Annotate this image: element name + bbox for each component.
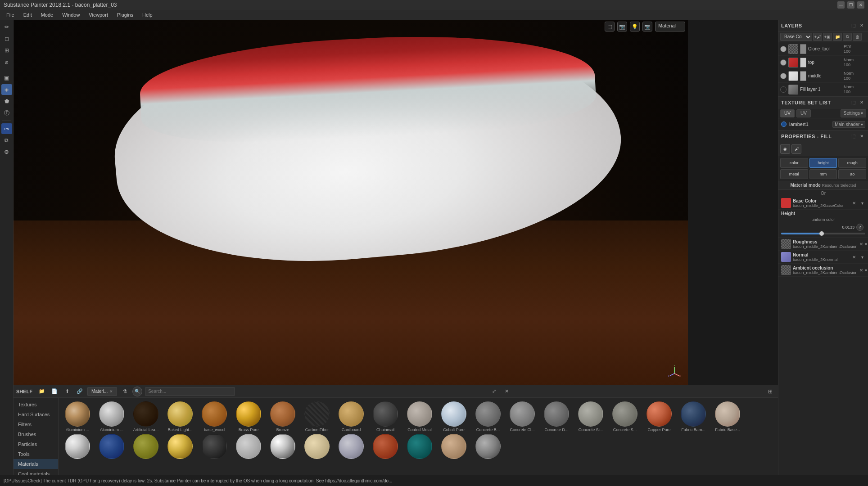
shelf-cat-tools[interactable]: Tools: [14, 449, 58, 459]
layer-visibility-top[interactable]: [780, 59, 787, 66]
viewport-icon-1[interactable]: ⬚: [605, 22, 615, 32]
mat-item-row2[interactable]: [267, 434, 298, 460]
mat-item-row2[interactable]: [439, 434, 469, 460]
tool-eraser[interactable]: ◻: [1, 33, 12, 44]
shelf-cat-textures[interactable]: Textures: [14, 400, 58, 410]
mat-item-concrete-d---[interactable]: Concrete D...: [541, 401, 572, 432]
properties-expand-icon[interactable]: ⬚: [850, 133, 857, 140]
ts-tab-uv1[interactable]: UV: [780, 109, 795, 117]
layer-visibility-middle[interactable]: [780, 73, 787, 79]
viewport-icon-3[interactable]: 💡: [630, 22, 640, 32]
shelf-folder-icon[interactable]: 📁: [37, 387, 47, 396]
shelf-cat-brushes[interactable]: Brushes: [14, 429, 58, 439]
prop-normal-close[interactable]: ✕: [851, 254, 857, 260]
tool-pen[interactable]: ✏: [1, 22, 12, 32]
shelf-grid-view-btn[interactable]: ⊞: [765, 387, 775, 396]
texture-set-expand-icon[interactable]: ⬚: [850, 99, 857, 106]
shelf-cat-cool-materials[interactable]: Cool materials: [14, 469, 58, 475]
minimize-button[interactable]: —: [837, 1, 845, 9]
menu-item-plugins[interactable]: Plugins: [113, 11, 138, 18]
mat-item-aluminium----[interactable]: Aluminium ...: [62, 401, 93, 432]
mat-item-artificial-lea---[interactable]: Artificial Lea...: [131, 401, 161, 432]
mat-item-concrete-cl---[interactable]: Concrete Cl...: [507, 401, 538, 432]
viewport-canvas[interactable]: ⬚ 📷 💡 📷 Material Y X Z: [14, 20, 688, 385]
mat-item-bronze[interactable]: Bronze: [267, 401, 298, 432]
mat-item-carbon-fiber[interactable]: Carbon Fiber: [302, 401, 332, 432]
menu-item-viewport[interactable]: Viewport: [84, 11, 113, 18]
shelf-cat-hard-surfaces[interactable]: Hard Surfaces: [14, 410, 58, 419]
prop-normal-arrow[interactable]: ▾: [859, 254, 865, 260]
prop-height-thumb[interactable]: [819, 231, 824, 236]
mat-item-fabric-base---[interactable]: Fabric Base...: [712, 401, 743, 432]
mat-item-concrete-s---[interactable]: Concrete S...: [610, 401, 640, 432]
mat-item-baked-light---[interactable]: Baked Light...: [165, 401, 195, 432]
mat-item-row2[interactable]: [302, 434, 332, 460]
menu-item-mode[interactable]: Mode: [36, 11, 58, 18]
add-folder-btn[interactable]: 📁: [833, 33, 842, 41]
mat-item-concrete-si---[interactable]: Concrete Si...: [575, 401, 606, 432]
layer-visibility-clone[interactable]: [780, 46, 787, 52]
texture-set-item-lambert1[interactable]: lambert1 Main shader ▾: [778, 118, 868, 130]
mat-item-cobalt-pure[interactable]: Cobalt Pure: [439, 401, 469, 432]
tool-ps[interactable]: Ps: [1, 123, 12, 134]
mat-item-copper-pure[interactable]: Copper Pure: [644, 401, 674, 432]
mat-item-row2[interactable]: [96, 434, 127, 460]
shelf-file-icon[interactable]: 📄: [50, 387, 59, 396]
tool-smear[interactable]: ⌀: [1, 57, 12, 68]
tool-fill[interactable]: ▣: [1, 72, 12, 83]
mat-item-aluminium----[interactable]: Aluminium ...: [96, 401, 127, 432]
mat-item-chainmail[interactable]: Chainmail: [370, 401, 401, 432]
mat-item-row2[interactable]: [131, 434, 161, 460]
layer-visibility-fill1[interactable]: [780, 86, 787, 93]
layer-item-middle[interactable]: middle Norm 100: [778, 69, 868, 83]
shelf-cat-particles[interactable]: Particles: [14, 439, 58, 449]
layers-expand-icon[interactable]: ⬚: [850, 22, 857, 29]
prop-icon-sphere[interactable]: ◉: [780, 144, 790, 154]
menu-item-window[interactable]: Window: [58, 11, 84, 18]
mat-item-row2[interactable]: [370, 434, 401, 460]
close-button[interactable]: ✕: [857, 1, 864, 9]
mat-item-coated-metal[interactable]: Coated Metal: [404, 401, 435, 432]
tool-layers[interactable]: ⧉: [1, 135, 12, 146]
prop-ambient-arrow[interactable]: ▾: [865, 267, 867, 273]
shelf-tab-close[interactable]: ✕: [109, 389, 113, 394]
shelf-expand-icon[interactable]: ⤢: [489, 387, 499, 396]
ts-settings-btn[interactable]: Settings ▾: [841, 109, 866, 117]
properties-close-icon[interactable]: ✕: [858, 133, 865, 140]
blend-mode-dropdown[interactable]: Base Col Normal Multiply: [780, 33, 812, 41]
restore-button[interactable]: ❐: [847, 1, 854, 9]
add-fill-layer-btn[interactable]: +▣: [823, 33, 832, 41]
prop-channel-rough[interactable]: rough: [838, 158, 866, 168]
layers-close-icon[interactable]: ✕: [858, 22, 865, 29]
prop-height-reset[interactable]: ↺: [856, 224, 863, 231]
prop-channel-height[interactable]: height: [809, 158, 837, 168]
shelf-cat-filters[interactable]: Filters: [14, 419, 58, 429]
mat-item-concrete-b---[interactable]: Concrete B...: [473, 401, 503, 432]
viewport-icon-2[interactable]: 📷: [617, 22, 627, 32]
prop-roughness-arrow[interactable]: ▾: [865, 241, 867, 247]
layer-item-top[interactable]: top Norm 100: [778, 56, 868, 69]
prop-ambient-close[interactable]: ✕: [859, 267, 863, 273]
tool-settings[interactable]: ⚙: [1, 147, 12, 158]
shelf-close-icon[interactable]: ✕: [502, 387, 511, 396]
mat-item-row2[interactable]: [336, 434, 366, 460]
mat-item-brass-pure[interactable]: Brass Pure: [233, 401, 264, 432]
shelf-search-input[interactable]: [145, 387, 235, 396]
mat-item-fabric-bam---[interactable]: Fabric Bam...: [678, 401, 709, 432]
mat-item-row2[interactable]: [62, 434, 93, 460]
shelf-link-icon[interactable]: 🔗: [75, 387, 85, 396]
prop-height-slider[interactable]: [781, 233, 865, 234]
prop-roughness-close[interactable]: ✕: [859, 241, 863, 247]
add-paint-layer-btn[interactable]: +🖌: [813, 33, 822, 41]
shelf-cat-materials[interactable]: Materials: [14, 459, 58, 469]
shelf-import-icon[interactable]: ⬆: [62, 387, 72, 396]
shelf-search-icon[interactable]: 🔍: [132, 387, 142, 396]
shelf-active-tab[interactable]: Materi... ✕: [87, 387, 117, 396]
mat-item-cardboard[interactable]: Cardboard: [336, 401, 366, 432]
ts-tab-uv2[interactable]: UV: [796, 109, 811, 117]
mat-item-row2[interactable]: [165, 434, 195, 460]
prop-channel-nrm[interactable]: nrm: [809, 169, 837, 179]
prop-base-color-arrow[interactable]: ▾: [859, 200, 865, 206]
layer-item-clone-tool[interactable]: Clone_tool Pthr 100: [778, 42, 868, 56]
prop-icon-paintbrush[interactable]: 🖌: [791, 144, 801, 154]
